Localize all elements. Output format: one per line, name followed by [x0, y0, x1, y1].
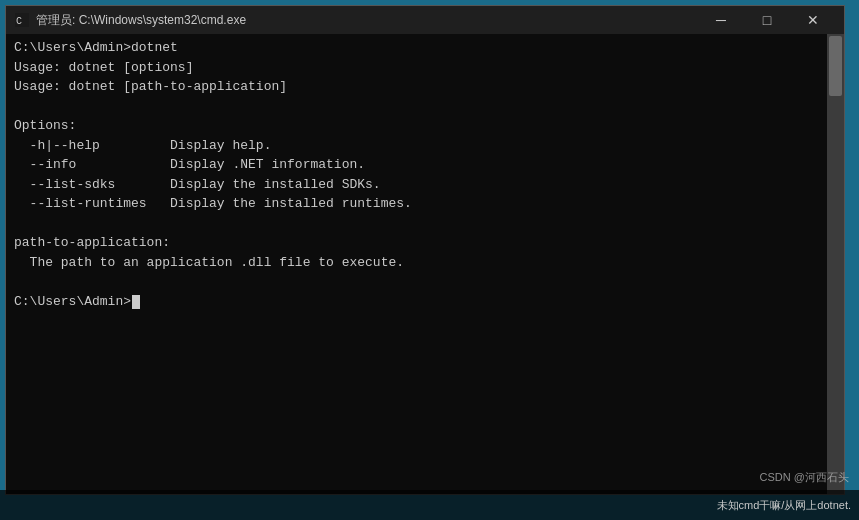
line13: The path to an application .dll file to …	[14, 255, 404, 270]
window-title: 管理员: C:\Windows\system32\cmd.exe	[36, 12, 698, 29]
line1: C:\Users\Admin>dotnet	[14, 40, 178, 55]
line8: --info Display .NET information.	[14, 157, 365, 172]
window-controls: ─ □ ✕	[698, 6, 836, 34]
line12: path-to-application:	[14, 235, 170, 250]
title-bar: C 管理员: C:\Windows\system32\cmd.exe ─ □ ✕	[6, 6, 844, 34]
taskbar-text: 未知cmd干嘛/从网上dotnet.	[717, 498, 851, 513]
minimize-button[interactable]: ─	[698, 6, 744, 34]
maximize-button[interactable]: □	[744, 6, 790, 34]
taskbar-info: 未知cmd干嘛/从网上dotnet.	[717, 498, 851, 513]
scrollbar-thumb[interactable]	[829, 36, 842, 96]
watermark: CSDN @河西石头	[760, 470, 849, 485]
line15: C:\Users\Admin>	[14, 294, 131, 309]
svg-text:C: C	[16, 16, 22, 27]
line4: Usage: dotnet [path-to-application]	[14, 79, 287, 94]
desktop: C 管理员: C:\Windows\system32\cmd.exe ─ □ ✕…	[0, 0, 859, 520]
cmd-window: C 管理员: C:\Windows\system32\cmd.exe ─ □ ✕…	[5, 5, 845, 495]
terminal-output: C:\Users\Admin>dotnet Usage: dotnet [opt…	[14, 38, 819, 311]
close-button[interactable]: ✕	[790, 6, 836, 34]
line10: --list-runtimes Display the installed ru…	[14, 196, 412, 211]
line9: --list-sdks Display the installed SDKs.	[14, 177, 381, 192]
line6: Options:	[14, 118, 76, 133]
line3: Usage: dotnet [options]	[14, 60, 193, 75]
cmd-icon: C	[14, 12, 30, 28]
cursor	[132, 295, 140, 309]
cmd-content[interactable]: C:\Users\Admin>dotnet Usage: dotnet [opt…	[6, 34, 827, 494]
cmd-main-area: C:\Users\Admin>dotnet Usage: dotnet [opt…	[6, 34, 844, 494]
taskbar: 未知cmd干嘛/从网上dotnet.	[0, 490, 859, 520]
line7: -h|--help Display help.	[14, 138, 271, 153]
scrollbar[interactable]	[827, 34, 844, 494]
